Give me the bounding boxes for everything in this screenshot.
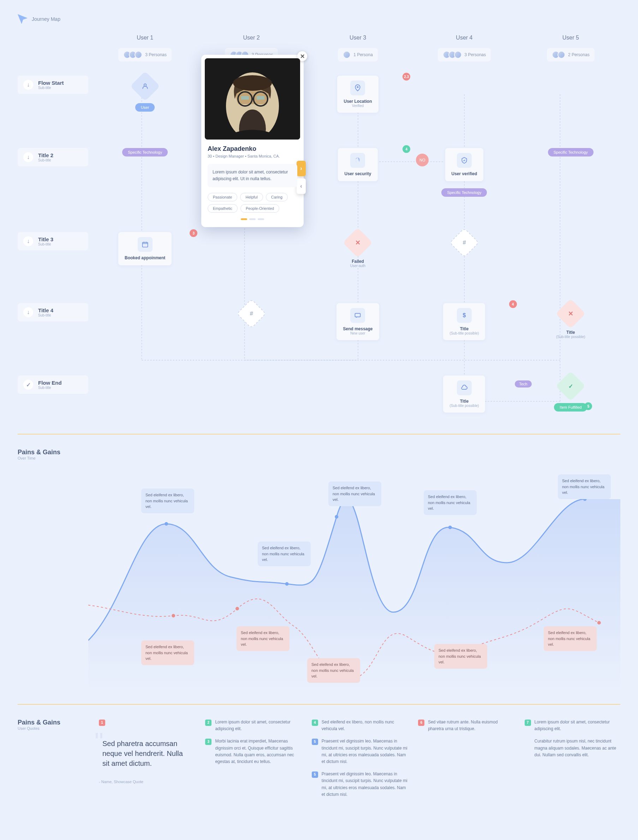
svg-point-19	[235, 607, 239, 611]
gain-tooltip: Sed eleifend ex libero, non mollis nunc …	[258, 541, 311, 566]
quote-col-5: 7Lorem ipsum dolor sit amet, consectetur…	[525, 719, 621, 804]
booked-node[interactable]: 3Booked appoinment	[118, 232, 172, 265]
main-quote: Sed pharetra accumsan neque vel hendreri…	[99, 732, 194, 775]
pains-sub: Over Time	[17, 456, 621, 460]
persona-quote: Lorem ipsum dolor sit amet, consectetur …	[208, 164, 297, 187]
failed-diamond[interactable]: ✕	[343, 228, 373, 258]
pains-gains-chart: Sed eleifend ex libero, non mollis nunc …	[88, 471, 621, 690]
check-icon: ✓	[23, 380, 33, 390]
row-label-end: ✓ Flow EndSub-title	[17, 375, 88, 394]
svg-point-14	[285, 582, 289, 586]
persona-name: Alex Zapadenko	[205, 145, 300, 153]
user-col-1: User 1	[95, 35, 194, 41]
check-icon: ✓	[569, 383, 573, 390]
quote-col-4: 6Sed vitae rutrum ante. Nulla euismod ph…	[418, 719, 514, 804]
svg-point-18	[172, 614, 175, 617]
prev-persona-button[interactable]: ‹	[297, 179, 306, 194]
svg-point-15	[335, 515, 338, 519]
user-col-2: User 2	[202, 35, 301, 41]
cloud-icon	[461, 384, 468, 391]
arrow-down-icon: ↓	[23, 152, 33, 162]
section-divider	[17, 704, 621, 705]
dollar-icon: $	[463, 312, 466, 319]
user-col-4: User 4	[414, 35, 514, 41]
x-icon: ✕	[355, 239, 360, 247]
failed-diamond-2[interactable]: ✕	[556, 299, 586, 329]
svg-point-16	[448, 526, 452, 529]
pain-tooltip: Sed eleifend ex libero, non mollis nunc …	[237, 626, 289, 651]
user-pill: User	[135, 103, 155, 112]
pagination-dots[interactable]	[205, 218, 300, 224]
svg-point-12	[233, 75, 272, 91]
message-icon	[354, 312, 361, 319]
persona-photo	[205, 58, 300, 139]
gain-tooltip: Sed eleifend ex libero, non mollis nunc …	[424, 490, 477, 515]
arrow-down-icon: ↓	[23, 80, 33, 90]
quotes-title: Pains & Gains	[17, 719, 88, 726]
svg-rect-11	[257, 96, 264, 100]
row-label-3: ↓ Title 3Sub-title	[17, 232, 88, 250]
gain-tooltip: Sed eleifend ex libero, non mollis nunc …	[141, 489, 194, 513]
persona-tags: Passionate Helpful Caring Empathetic Peo…	[205, 193, 300, 218]
svg-point-0	[144, 84, 146, 86]
tech-pill-3: Specific Technology	[548, 148, 594, 157]
quote-col-2: 2Lorem ipsum dolor sit amet, consectetur…	[205, 719, 301, 804]
shield-icon	[461, 157, 468, 164]
svg-rect-2	[142, 242, 148, 247]
quotes-sub: User Quotes	[17, 726, 88, 731]
brand-label: Journey Map	[32, 16, 60, 22]
pain-tooltip: Sed eleifend ex libero, non mollis nunc …	[141, 641, 194, 665]
persona-chip-1[interactable]: 3 Personas	[118, 48, 172, 62]
security-node[interactable]: 4User security	[338, 148, 377, 181]
quote-col-3: 4Sed eleifend ex libero, non mollis nunc…	[312, 719, 407, 804]
svg-rect-3	[355, 313, 360, 317]
tech-pill-2: Specific Technology	[441, 188, 487, 197]
svg-point-13	[164, 522, 168, 526]
arrow-down-icon: ↓	[23, 236, 33, 246]
persona-chip-3[interactable]: 1 Persona	[338, 48, 378, 62]
next-persona-button[interactable]: ›	[297, 161, 306, 176]
message-node[interactable]: Send messageNew user	[336, 303, 379, 340]
verified-node[interactable]: User verified	[445, 148, 484, 181]
logo-icon	[17, 14, 28, 24]
x-icon: ✕	[568, 310, 573, 318]
pain-tooltip: Sed eleifend ex libero, non mollis nunc …	[434, 644, 487, 669]
svg-point-22	[597, 621, 601, 625]
row-label-2: ↓ Title 2Sub-title	[17, 148, 88, 166]
fulfilled-pill: Item Fulfilled5	[554, 403, 587, 411]
pains-title: Pains & Gains	[17, 449, 621, 456]
pin-icon	[354, 84, 361, 92]
section-divider	[17, 434, 621, 435]
svg-point-1	[357, 87, 358, 88]
location-node[interactable]: 2.3User LocationVerified	[337, 76, 378, 113]
tech-pill-1: Specific Technology	[122, 148, 168, 157]
success-diamond[interactable]: ✓	[556, 371, 586, 401]
quote-attribution: - Name, Showcase Quote	[99, 780, 194, 784]
row-label-start: ↓ Flow StartSub-title	[17, 76, 88, 94]
cloud-node[interactable]: Title(Sub-title possible)	[443, 375, 485, 413]
persona-chip-4[interactable]: 3 Personas	[438, 48, 491, 62]
user-diamond[interactable]	[130, 71, 160, 101]
arrow-down-icon: ↓	[23, 307, 33, 317]
gain-tooltip: Sed eleifend ex libero, non mollis nunc …	[558, 475, 611, 499]
user-col-5: User 5	[521, 35, 621, 41]
persona-popup: ✕ › ‹ Alex Zapadenko 30 • Design Manager…	[201, 55, 304, 227]
fingerprint-icon	[354, 157, 361, 164]
user-col-3: User 3	[308, 35, 407, 41]
row-label-4: ↓ Title 4Sub-title	[17, 303, 88, 321]
hash-diamond-1[interactable]: #	[449, 228, 479, 258]
dollar-node[interactable]: 4$Title(Sub-title possible)	[443, 303, 485, 340]
pain-tooltip: Sed eleifend ex libero, non mollis nunc …	[544, 626, 597, 651]
gain-tooltip: Sed eleifend ex libero, non mollis nunc …	[328, 481, 381, 506]
pain-tooltip: Sed eleifend ex libero, non mollis nunc …	[307, 658, 360, 683]
calendar-icon	[142, 241, 148, 248]
hash-diamond-2[interactable]: #	[237, 299, 267, 329]
svg-rect-10	[241, 96, 249, 100]
persona-chip-5[interactable]: 2 Personas	[547, 48, 595, 62]
persona-meta: 30 • Design Manager • Santa Monica, CA.	[205, 154, 300, 158]
